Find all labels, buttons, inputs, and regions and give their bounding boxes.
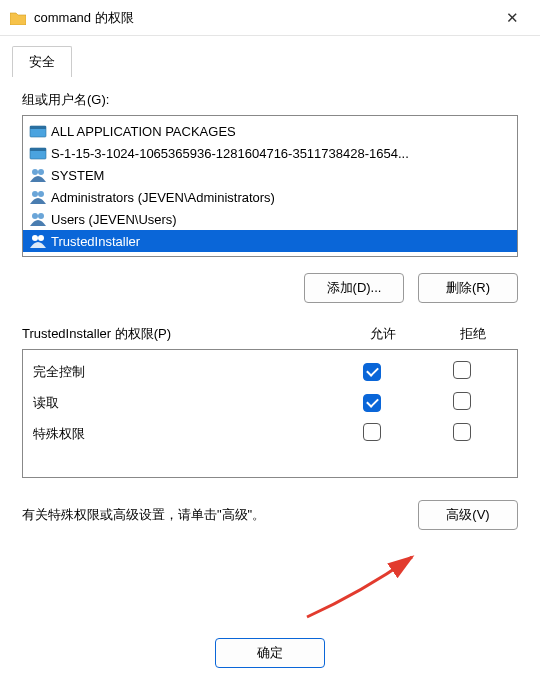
annotation-arrow [302, 552, 432, 622]
group-icon [29, 189, 47, 205]
group-users-label: 组或用户名(G): [22, 91, 518, 109]
permissions-for-label: TrustedInstaller 的权限(P) [22, 325, 338, 343]
principal-row[interactable]: TrustedInstaller [23, 230, 517, 252]
permissions-header: TrustedInstaller 的权限(P) 允许 拒绝 [22, 325, 518, 343]
titlebar: command 的权限 ✕ [0, 0, 540, 36]
principal-row[interactable]: SYSTEM [23, 164, 517, 186]
group-icon [29, 233, 47, 249]
principal-name: S-1-15-3-1024-1065365936-1281604716-3511… [51, 146, 409, 161]
advanced-hint: 有关特殊权限或高级设置，请单击"高级"。 [22, 506, 398, 524]
allow-checkbox[interactable] [363, 423, 381, 441]
deny-checkbox[interactable] [453, 392, 471, 410]
svg-point-8 [32, 213, 38, 219]
permission-label: 特殊权限 [33, 425, 327, 443]
package-icon [29, 123, 47, 139]
ok-button[interactable]: 确定 [215, 638, 325, 668]
deny-checkbox[interactable] [453, 423, 471, 441]
allow-checkbox[interactable] [363, 363, 381, 381]
svg-point-11 [38, 235, 44, 241]
principal-row[interactable]: ALL APPLICATION PACKAGES [23, 120, 517, 142]
tab-security[interactable]: 安全 [12, 46, 72, 77]
deny-column-header: 拒绝 [428, 325, 518, 343]
svg-point-6 [32, 191, 38, 197]
tabs: 安全 [0, 46, 540, 77]
folder-icon [10, 11, 26, 25]
permission-label: 完全控制 [33, 363, 327, 381]
bottom-bar: 确定 [0, 638, 540, 668]
svg-point-5 [38, 169, 44, 175]
permission-row: 完全控制 [23, 356, 517, 387]
permissions-box: 完全控制读取特殊权限 [22, 349, 518, 478]
deny-checkbox[interactable] [453, 361, 471, 379]
svg-point-10 [32, 235, 38, 241]
principal-name: Administrators (JEVEN\Administrators) [51, 190, 275, 205]
allow-column-header: 允许 [338, 325, 428, 343]
permission-label: 读取 [33, 394, 327, 412]
package-icon [29, 145, 47, 161]
principal-row[interactable]: S-1-15-3-1024-1065365936-1281604716-3511… [23, 142, 517, 164]
svg-point-9 [38, 213, 44, 219]
group-icon [29, 167, 47, 183]
principal-name: SYSTEM [51, 168, 104, 183]
principal-row[interactable]: Users (JEVEN\Users) [23, 208, 517, 230]
add-button[interactable]: 添加(D)... [304, 273, 404, 303]
permission-row: 读取 [23, 387, 517, 418]
principal-row[interactable]: Administrators (JEVEN\Administrators) [23, 186, 517, 208]
remove-button[interactable]: 删除(R) [418, 273, 518, 303]
principal-name: ALL APPLICATION PACKAGES [51, 124, 236, 139]
window-title: command 的权限 [34, 9, 494, 27]
principal-name: Users (JEVEN\Users) [51, 212, 177, 227]
principals-list[interactable]: ALL APPLICATION PACKAGESS-1-15-3-1024-10… [22, 115, 518, 257]
advanced-button[interactable]: 高级(V) [418, 500, 518, 530]
permission-row: 特殊权限 [23, 418, 517, 449]
svg-point-7 [38, 191, 44, 197]
svg-rect-3 [30, 148, 46, 151]
svg-rect-1 [30, 126, 46, 129]
allow-checkbox[interactable] [363, 394, 381, 412]
close-button[interactable]: ✕ [494, 9, 530, 27]
principal-name: TrustedInstaller [51, 234, 140, 249]
svg-point-4 [32, 169, 38, 175]
group-icon [29, 211, 47, 227]
